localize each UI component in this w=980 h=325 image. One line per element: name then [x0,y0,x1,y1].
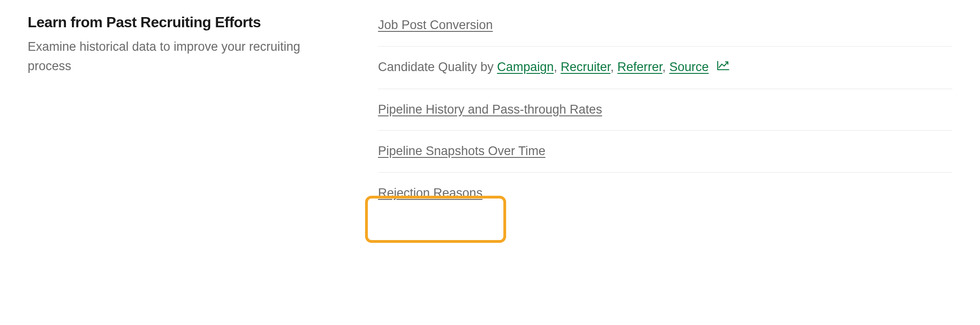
list-item: Pipeline Snapshots Over Time [378,131,952,173]
list-item: Candidate Quality by Campaign, Recruiter… [378,47,952,89]
list-item: Rejection Reasons [378,173,952,214]
candidate-quality-prefix: Candidate Quality by [378,60,497,74]
job-post-conversion-link[interactable]: Job Post Conversion [378,18,493,32]
list-item: Job Post Conversion [378,16,952,47]
pipeline-snapshots-link[interactable]: Pipeline Snapshots Over Time [378,144,545,158]
section-title: Learn from Past Recruiting Efforts [28,14,341,31]
recruiter-link[interactable]: Recruiter [561,60,610,74]
campaign-link[interactable]: Campaign [497,60,554,74]
chart-icon [717,57,730,77]
section-description: Examine historical data to improve your … [28,37,341,76]
referrer-link[interactable]: Referrer [617,60,662,74]
list-item: Pipeline History and Pass-through Rates [378,89,952,131]
source-link[interactable]: Source [669,60,709,74]
rejection-reasons-link[interactable]: Rejection Reasons [378,186,483,200]
pipeline-history-link[interactable]: Pipeline History and Pass-through Rates [378,102,602,116]
